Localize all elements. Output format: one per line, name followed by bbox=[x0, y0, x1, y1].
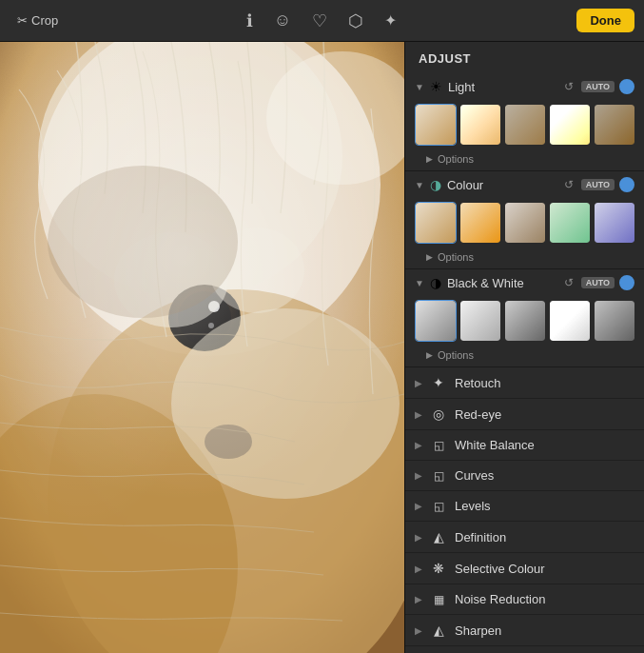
selective-colour-label: Selective Colour bbox=[455, 562, 634, 576]
top-bar-left: ✂ Crop bbox=[10, 10, 66, 31]
emoji-button[interactable]: ☺ bbox=[266, 7, 299, 34]
tool-levels[interactable]: ▶ ◱ Levels bbox=[405, 491, 644, 522]
share-button[interactable]: ⬡ bbox=[341, 7, 371, 35]
bw-icon: ◑ bbox=[430, 275, 441, 290]
section-bw-header[interactable]: ▼ ◑ Black & White ↺ AUTO bbox=[405, 269, 644, 296]
dog-photo bbox=[0, 42, 404, 653]
levels-chevron-icon: ▶ bbox=[415, 501, 422, 511]
colour-thumb-1[interactable] bbox=[415, 202, 457, 244]
light-controls: ↺ AUTO bbox=[561, 79, 634, 94]
section-light: ▼ ☀ Light ↺ AUTO ▶ Options bbox=[405, 73, 644, 171]
tool-curves[interactable]: ▶ ◱ Curves bbox=[405, 461, 644, 491]
definition-chevron-icon: ▶ bbox=[415, 532, 422, 543]
bw-thumb-4[interactable] bbox=[549, 300, 591, 342]
photo-area bbox=[0, 42, 404, 653]
main-content: ADJUST ▼ ☀ Light ↺ AUTO ▶ bbox=[0, 42, 644, 653]
tool-white-balance[interactable]: ▶ ◱ White Balance bbox=[405, 430, 644, 461]
colour-options-row[interactable]: ▶ Options bbox=[405, 249, 644, 268]
colour-toggle[interactable] bbox=[619, 177, 634, 192]
colour-icon: ◑ bbox=[430, 177, 441, 192]
section-light-header[interactable]: ▼ ☀ Light ↺ AUTO bbox=[405, 73, 644, 100]
done-button[interactable]: Done bbox=[576, 9, 634, 32]
light-auto-badge[interactable]: AUTO bbox=[581, 81, 615, 92]
magic-button[interactable]: ✦ bbox=[377, 7, 404, 34]
heart-button[interactable]: ♡ bbox=[304, 7, 335, 35]
top-bar-center: ℹ ☺ ♡ ⬡ ✦ bbox=[239, 7, 404, 35]
red-eye-label: Red-eye bbox=[455, 407, 634, 422]
light-chevron-icon[interactable]: ▼ bbox=[415, 82, 424, 92]
crop-icon: ✂ bbox=[17, 13, 28, 28]
emoji-icon: ☺ bbox=[274, 10, 291, 30]
light-sun-icon: ☀ bbox=[430, 79, 442, 94]
svg-point-10 bbox=[208, 323, 214, 328]
light-thumb-5[interactable] bbox=[594, 104, 635, 146]
bw-auto-badge[interactable]: AUTO bbox=[581, 277, 615, 288]
section-colour-header[interactable]: ▼ ◑ Colour ↺ AUTO bbox=[405, 171, 644, 198]
colour-thumb-4[interactable] bbox=[549, 202, 591, 244]
tool-definition[interactable]: ▶ ◭ Definition bbox=[405, 522, 644, 553]
colour-thumb-2[interactable] bbox=[459, 202, 501, 244]
info-icon: ℹ bbox=[246, 11, 253, 30]
section-bw: ▼ ◑ Black & White ↺ AUTO ▶ Options bbox=[405, 269, 644, 367]
colour-options-label: Options bbox=[438, 251, 474, 263]
white-balance-label: White Balance bbox=[455, 438, 634, 452]
colour-chevron-icon[interactable]: ▼ bbox=[415, 180, 424, 190]
bw-options-row[interactable]: ▶ Options bbox=[405, 347, 644, 366]
colour-options-chevron-icon: ▶ bbox=[426, 252, 433, 262]
tool-vignette[interactable]: ▶ ◎ Vignette bbox=[405, 646, 644, 653]
bw-thumbnails bbox=[405, 296, 644, 347]
info-button[interactable]: ℹ bbox=[239, 7, 261, 35]
curves-label: Curves bbox=[455, 468, 634, 483]
top-bar: ✂ Crop ℹ ☺ ♡ ⬡ ✦ Done bbox=[0, 0, 644, 42]
tool-red-eye[interactable]: ▶ ◎ Red-eye bbox=[405, 399, 644, 430]
panel-title: ADJUST bbox=[405, 42, 644, 73]
definition-icon: ◭ bbox=[430, 529, 447, 544]
light-options-row[interactable]: ▶ Options bbox=[405, 151, 644, 170]
svg-point-14 bbox=[171, 308, 400, 499]
crop-button[interactable]: ✂ Crop bbox=[10, 10, 66, 31]
tool-noise-reduction[interactable]: ▶ ▦ Noise Reduction bbox=[405, 584, 644, 615]
bw-thumb-1[interactable] bbox=[415, 300, 457, 342]
selective-colour-icon: ❋ bbox=[430, 561, 447, 576]
white-balance-chevron-icon: ▶ bbox=[415, 440, 422, 450]
colour-controls: ↺ AUTO bbox=[561, 177, 634, 192]
sharpen-chevron-icon: ▶ bbox=[415, 625, 422, 636]
retouch-icon: ✦ bbox=[430, 375, 447, 390]
light-toggle[interactable] bbox=[619, 79, 634, 94]
light-thumbnails bbox=[405, 100, 644, 151]
bw-toggle[interactable] bbox=[619, 275, 634, 290]
retouch-label: Retouch bbox=[455, 376, 634, 390]
light-thumb-3[interactable] bbox=[504, 104, 546, 146]
bw-thumb-3[interactable] bbox=[504, 300, 546, 342]
share-icon: ⬡ bbox=[348, 11, 363, 30]
levels-label: Levels bbox=[455, 499, 634, 513]
sharpen-icon: ◭ bbox=[430, 623, 447, 638]
tool-retouch[interactable]: ▶ ✦ Retouch bbox=[405, 367, 644, 399]
light-label: Light bbox=[448, 80, 556, 94]
colour-thumbnails bbox=[405, 198, 644, 249]
bw-thumb-2[interactable] bbox=[459, 300, 501, 342]
light-thumb-2[interactable] bbox=[459, 104, 501, 146]
light-thumb-4[interactable] bbox=[549, 104, 591, 146]
light-options-chevron-icon: ▶ bbox=[426, 154, 433, 164]
levels-icon: ◱ bbox=[430, 500, 447, 513]
bw-options-chevron-icon: ▶ bbox=[426, 350, 433, 360]
light-undo-button[interactable]: ↺ bbox=[561, 79, 576, 94]
bw-thumb-5[interactable] bbox=[594, 300, 635, 342]
heart-icon: ♡ bbox=[312, 11, 327, 30]
colour-thumb-3[interactable] bbox=[504, 202, 546, 244]
colour-undo-button[interactable]: ↺ bbox=[561, 177, 576, 192]
colour-thumb-5[interactable] bbox=[594, 202, 635, 244]
tool-sharpen[interactable]: ▶ ◭ Sharpen bbox=[405, 615, 644, 646]
bw-undo-button[interactable]: ↺ bbox=[561, 275, 576, 290]
colour-auto-badge[interactable]: AUTO bbox=[581, 179, 615, 190]
magic-icon: ✦ bbox=[384, 12, 397, 29]
bw-chevron-icon[interactable]: ▼ bbox=[415, 278, 424, 288]
selective-colour-chevron-icon: ▶ bbox=[415, 564, 422, 574]
light-thumb-1[interactable] bbox=[415, 104, 457, 146]
svg-point-15 bbox=[48, 166, 238, 318]
red-eye-chevron-icon: ▶ bbox=[415, 409, 422, 420]
bw-controls: ↺ AUTO bbox=[561, 275, 634, 290]
tool-selective-colour[interactable]: ▶ ❋ Selective Colour bbox=[405, 553, 644, 584]
noise-reduction-icon: ▦ bbox=[430, 593, 447, 606]
